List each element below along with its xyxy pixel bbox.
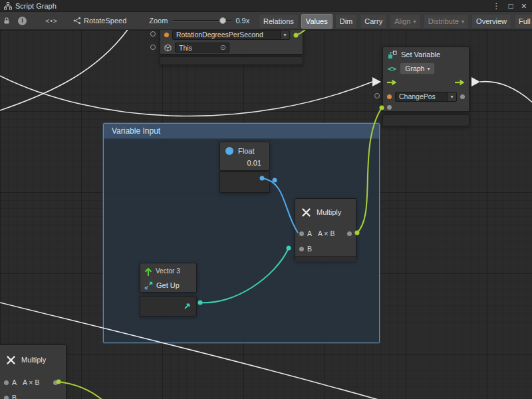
maximize-icon[interactable]: □ — [509, 0, 513, 12]
variable-value: ChangePos — [396, 92, 439, 100]
align-label: Align — [394, 17, 410, 25]
multiply-bottom-header: Multiply — [0, 345, 66, 374]
diagonal-arrows-icon — [144, 281, 153, 290]
chevron-down-icon: ▾ — [427, 66, 430, 72]
set-variable-title: Set Variable — [401, 51, 440, 59]
flow-out-arrow-icon[interactable] — [454, 78, 466, 86]
variable-scope-row: <> Graph ▾ — [383, 62, 469, 75]
input-port-a[interactable] — [4, 380, 9, 385]
output-port-ab[interactable] — [53, 380, 58, 385]
output-ab-label: A × B — [318, 229, 334, 237]
get-up-title: Get Up — [156, 281, 180, 289]
multiply-footer-strip — [295, 256, 356, 261]
wire-white-right-out — [480, 82, 532, 110]
close-icon[interactable]: × — [521, 0, 527, 12]
node-float-footer[interactable] — [219, 172, 270, 193]
variable-dropdown[interactable]: ChangePos ▾ — [395, 92, 457, 102]
float-title: Float — [238, 147, 254, 155]
port-dot[interactable] — [387, 105, 392, 110]
vector-output-arrow-icon[interactable] — [184, 303, 191, 310]
node-float[interactable]: Float 0.01 — [219, 142, 270, 171]
relations-label: Relations — [263, 17, 294, 25]
output-ab-label: A × B — [23, 378, 39, 386]
node-set-variable-footer[interactable] — [382, 114, 469, 126]
wire-arrowhead-out-right — [471, 77, 480, 86]
chevron-down-icon: ▾ — [280, 31, 289, 39]
float-port-orange[interactable] — [164, 33, 169, 37]
relations-button[interactable]: Relations — [259, 14, 299, 29]
extra-port-row — [383, 103, 469, 112]
set-variable-header: Set Variable — [383, 47, 469, 62]
node-rotation-variable-footer[interactable] — [160, 57, 303, 65]
input-port-hollow[interactable] — [150, 45, 156, 50]
carry-button[interactable]: Carry — [360, 14, 387, 29]
node-vector3-footer[interactable] — [140, 296, 197, 317]
input-port-hollow[interactable] — [374, 93, 380, 98]
titlebar: Script Graph ⋮ □ × — [0, 0, 532, 12]
values-button[interactable]: Values — [301, 14, 332, 29]
input-b-label: B — [12, 394, 17, 399]
graph-name-label: RotateSpeed — [84, 17, 126, 25]
flow-row — [383, 75, 469, 90]
output-port[interactable] — [460, 94, 465, 99]
fullscreen-button[interactable]: Full Screen — [514, 14, 532, 29]
distribute-button[interactable]: Distribute▾ — [424, 14, 469, 29]
node-multiply[interactable]: Multiply A A × B B — [295, 198, 356, 261]
rotation-variable-row: RotationDegreesPerSecond ▾ — [160, 30, 303, 41]
more-menu-icon[interactable]: ⋮ — [493, 0, 501, 12]
object-picker-icon[interactable]: ⊙ — [220, 43, 229, 52]
vector3-type-row: Vector 3 — [140, 263, 196, 279]
lock-icon[interactable] — [3, 17, 10, 25]
chevron-down-icon: ▾ — [447, 92, 456, 101]
input-a-label: A — [12, 378, 17, 386]
group-header[interactable]: Variable Input — [104, 124, 379, 139]
overview-button[interactable]: Overview — [471, 14, 511, 29]
variable-name-dropdown[interactable]: RotationDegreesPerSecond ▾ — [172, 30, 290, 40]
info-icon[interactable]: i — [18, 17, 27, 25]
scope-dropdown[interactable]: Graph ▾ — [400, 63, 435, 74]
distribute-label: Distribute — [428, 17, 459, 25]
graph-canvas[interactable]: Variable Input RotationDegreesPerSecond … — [0, 30, 532, 399]
inspect-code-icon[interactable]: <∙> — [45, 17, 57, 25]
window-controls: ⋮ □ × — [493, 0, 532, 12]
input-port-b[interactable] — [4, 396, 9, 399]
set-variable-icon — [388, 51, 397, 59]
multiply-x-icon — [5, 354, 17, 366]
node-multiply-bottom[interactable]: Multiply A A × B B — [0, 344, 66, 399]
float-value[interactable]: 0.01 — [220, 159, 269, 167]
multiply-row-a: A A × B — [295, 225, 356, 241]
align-button[interactable]: Align▾ — [390, 14, 420, 29]
carry-label: Carry — [364, 17, 382, 25]
output-port-ab[interactable] — [347, 231, 352, 236]
input-port-a[interactable] — [299, 231, 304, 236]
multiply-bottom-title: Multiply — [21, 356, 46, 364]
script-graph-icon — [4, 2, 12, 10]
wire-white-left-up — [0, 30, 130, 113]
vector-up-arrow-icon — [144, 267, 152, 276]
vector3-type-label: Vector 3 — [156, 267, 180, 275]
flow-in-arrow-icon[interactable] — [386, 78, 398, 86]
multiply-bottom-row-b: B — [0, 390, 66, 399]
input-port-b[interactable] — [299, 247, 304, 251]
dim-button[interactable]: Dim — [335, 14, 358, 29]
zoom-slider-handle[interactable] — [219, 17, 226, 24]
multiply-title: Multiply — [317, 208, 341, 216]
input-port-hollow[interactable] — [150, 31, 156, 37]
set-variable-value-row: ChangePos ▾ — [383, 90, 469, 103]
group-title: Variable Input — [112, 126, 160, 136]
node-rotation-variable[interactable]: RotationDegreesPerSecond ▾ This ⊙ — [160, 30, 303, 55]
zoom-slider[interactable] — [173, 17, 231, 25]
value-port-orange[interactable] — [387, 94, 392, 99]
values-label: Values — [306, 17, 328, 25]
fullscreen-label: Full Screen — [519, 17, 532, 25]
multiply-row-b: B — [295, 241, 356, 256]
get-up-row: Get Up — [140, 279, 196, 292]
node-set-variable[interactable]: Set Variable <> Graph ▾ ChangePos ▾ — [382, 47, 469, 112]
target-field[interactable]: This ⊙ — [175, 43, 229, 53]
graph-scope-icon: <> — [388, 65, 396, 73]
dim-label: Dim — [340, 17, 353, 25]
node-vector3-get-up[interactable]: Vector 3 Get Up — [140, 263, 197, 293]
overview-label: Overview — [476, 17, 507, 25]
toolbar: i <∙> RotateSpeed Zoom 0.9x Relations Va… — [0, 12, 532, 30]
input-a-label: A — [307, 229, 312, 237]
